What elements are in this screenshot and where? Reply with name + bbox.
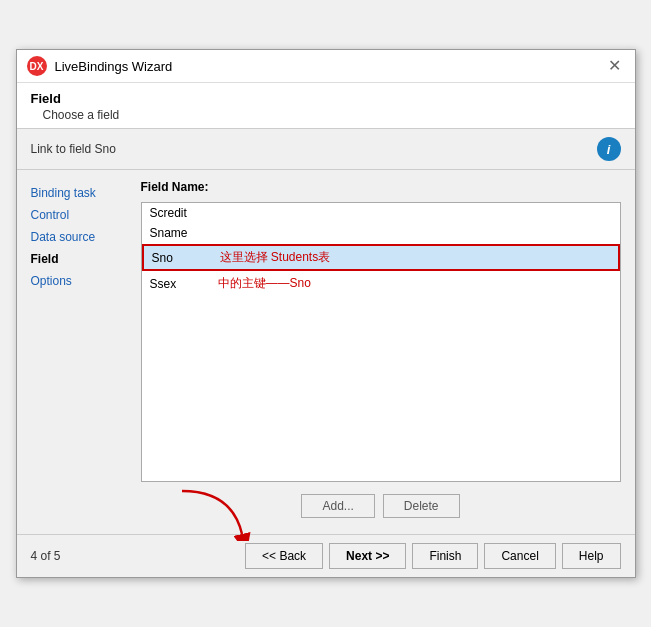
list-item-selected[interactable]: Sno 这里选择 Students表 xyxy=(142,244,620,271)
sidebar-item-options[interactable]: Options xyxy=(31,272,131,290)
bottom-bar: 4 of 5 << Back Next >> Finish Cancel Hel… xyxy=(17,534,635,577)
field-name-ssex: Ssex xyxy=(150,277,210,291)
annotation-sno: 这里选择 Students表 xyxy=(220,249,331,266)
field-name-label: Field Name: xyxy=(141,180,621,194)
title-bar: DX LiveBindings Wizard ✕ xyxy=(17,50,635,83)
bottom-area: 4 of 5 << Back Next >> Finish Cancel Hel… xyxy=(17,534,635,577)
sidebar-item-field[interactable]: Field xyxy=(31,250,131,268)
nav-buttons: << Back Next >> Finish Cancel Help xyxy=(245,543,620,569)
add-button[interactable]: Add... xyxy=(301,494,374,518)
field-name-scredit: Scredit xyxy=(150,206,210,220)
dx-logo-icon: DX xyxy=(27,56,47,76)
close-button[interactable]: ✕ xyxy=(604,58,625,74)
list-item[interactable]: Sname xyxy=(142,223,620,243)
title-bar-left: DX LiveBindings Wizard xyxy=(27,56,173,76)
link-section: Link to field Sno i xyxy=(17,129,635,170)
info-icon[interactable]: i xyxy=(597,137,621,161)
dialog-title: LiveBindings Wizard xyxy=(55,59,173,74)
help-button[interactable]: Help xyxy=(562,543,621,569)
sidebar: Binding task Control Data source Field O… xyxy=(31,180,131,524)
sidebar-item-control[interactable]: Control xyxy=(31,206,131,224)
livebindings-wizard-dialog: DX LiveBindings Wizard ✕ Field Choose a … xyxy=(16,49,636,578)
list-item[interactable]: Scredit xyxy=(142,203,620,223)
page-indicator: 4 of 5 xyxy=(31,549,61,563)
field-name-sname: Sname xyxy=(150,226,210,240)
finish-button[interactable]: Finish xyxy=(412,543,478,569)
field-description: Choose a field xyxy=(43,108,621,122)
section-header: Field Choose a field xyxy=(17,83,635,129)
link-to-field-text: Link to field Sno xyxy=(31,142,116,156)
field-buttons: Add... Delete xyxy=(141,488,621,524)
list-item[interactable]: Ssex 中的主键——Sno xyxy=(142,272,620,295)
right-panel: Field Name: Scredit Sname Sno 这里选择 Stude… xyxy=(141,180,621,524)
sidebar-item-data-source[interactable]: Data source xyxy=(31,228,131,246)
delete-button[interactable]: Delete xyxy=(383,494,460,518)
annotation-ssex: 中的主键——Sno xyxy=(218,275,311,292)
back-button[interactable]: << Back xyxy=(245,543,323,569)
field-list[interactable]: Scredit Sname Sno 这里选择 Students表 Ssex 中的… xyxy=(141,202,621,482)
field-label: Field xyxy=(31,91,621,106)
next-button[interactable]: Next >> xyxy=(329,543,406,569)
sidebar-item-binding-task[interactable]: Binding task xyxy=(31,184,131,202)
cancel-button[interactable]: Cancel xyxy=(484,543,555,569)
main-content: Binding task Control Data source Field O… xyxy=(17,170,635,534)
field-name-sno: Sno xyxy=(152,251,212,265)
